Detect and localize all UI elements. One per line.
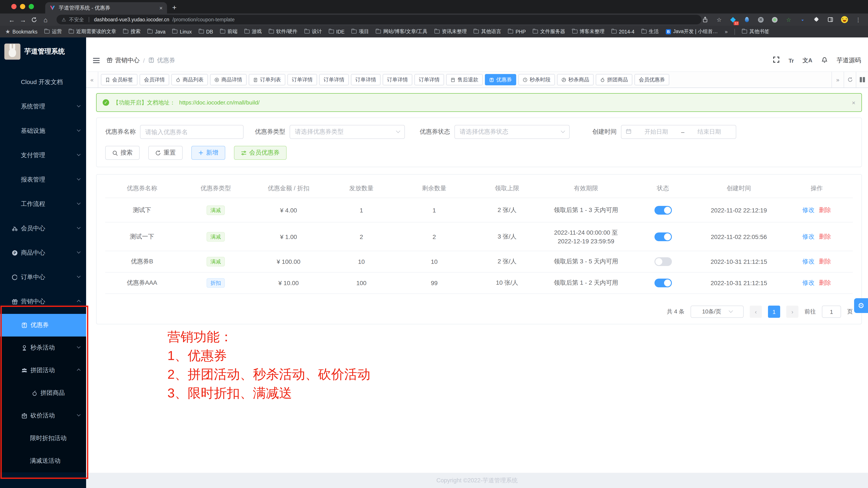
tab-order-detail[interactable]: 订单详情 (319, 74, 349, 85)
bookmark-folder[interactable]: 网站/博客/文章/工具 (376, 28, 428, 35)
bookmark-folder[interactable]: 前端 (220, 28, 238, 35)
status-toggle[interactable] (654, 257, 672, 266)
sidebar-item-member-center[interactable]: 会员中心 (0, 217, 86, 241)
tab-member-detail[interactable]: 会员详情 (140, 74, 169, 85)
sidebar-item-system[interactable]: 系统管理 (0, 94, 86, 119)
bookmarks-manager[interactable]: ★Bookmarks (5, 28, 37, 35)
tab-seckill-product[interactable]: 秒杀商品 (557, 74, 594, 85)
bookmark-folder[interactable]: 资讯未整理 (434, 28, 467, 35)
extensions-puzzle-icon[interactable] (813, 16, 820, 23)
extension-chevrons-icon[interactable]: ⌄⌄ (799, 16, 806, 23)
forward-icon[interactable]: → (18, 16, 29, 23)
coupon-status-select[interactable]: 请选择优惠券状态 (455, 125, 570, 139)
tabs-refresh-icon[interactable] (844, 72, 856, 87)
close-window-button[interactable] (11, 4, 17, 9)
sidebar-item-infra[interactable]: 基础设施 (0, 119, 86, 143)
locale-icon[interactable]: 文A (803, 57, 812, 64)
sidebar-item-coupon[interactable]: 优惠券 (0, 314, 86, 337)
tab-coupon[interactable]: 优惠券 (485, 74, 516, 85)
extension-pin-icon[interactable] (743, 16, 751, 23)
reset-button[interactable]: 重置 (148, 146, 183, 160)
sidebar-item-report[interactable]: 报表管理 (0, 168, 86, 192)
coupon-name-input[interactable] (140, 125, 244, 139)
bookmark-folder[interactable]: 游戏 (244, 28, 262, 35)
tab-member-coupon[interactable]: 会员优惠券 (634, 74, 669, 85)
username[interactable]: 芋道源码 (837, 57, 861, 64)
bookmark-folder[interactable]: 近期需要读的文章 (69, 28, 116, 35)
sidebar-item-product-center[interactable]: P 商品中心 (0, 241, 86, 265)
address-bar[interactable]: ⚠ 不安全 dashboard-vue3.yudao.iocoder.cn/pr… (56, 15, 702, 24)
bookmark-folder[interactable]: 博客未整理 (572, 28, 604, 35)
tab-close-icon[interactable]: × (159, 5, 163, 11)
goto-page-input[interactable] (822, 306, 841, 318)
delete-link[interactable]: 删除 (819, 233, 831, 240)
delete-link[interactable]: 删除 (819, 206, 831, 213)
sidebar-item-groupbuy-product[interactable]: 拼团商品 (0, 382, 86, 404)
bookmark-star-icon[interactable]: ☆ (715, 16, 723, 23)
bookmark-folder[interactable]: 软件/硬件 (269, 28, 298, 35)
sidebar-item-groupbuy[interactable]: 拼团活动 (0, 359, 86, 382)
back-icon[interactable]: ← (6, 16, 18, 23)
minimize-window-button[interactable] (20, 4, 25, 9)
tab-refund[interactable]: 售后退款 (446, 74, 483, 85)
bookmarks-overflow-icon[interactable]: » (725, 29, 727, 35)
edit-link[interactable]: 修改 (802, 279, 814, 286)
tabs-scroll-right-icon[interactable]: » (832, 72, 844, 87)
tab-member-tag[interactable]: 会员标签 (101, 74, 137, 85)
bookmark-folder[interactable]: IDE (329, 29, 344, 34)
settings-fab[interactable]: ⚙ (854, 298, 868, 313)
notice-close-icon[interactable]: × (852, 99, 856, 106)
share-icon[interactable] (702, 16, 709, 23)
tab-order-detail[interactable]: 订单详情 (383, 74, 412, 85)
prev-page-button[interactable]: ‹ (750, 306, 762, 318)
reload-icon[interactable] (29, 17, 40, 22)
app-logo[interactable]: 芋道管理系统 (0, 37, 86, 65)
tab-product-detail[interactable]: 商品详情 (210, 74, 247, 85)
breadcrumb-marketing[interactable]: 营销中心 (115, 57, 140, 64)
hamburger-icon[interactable] (93, 60, 100, 61)
sidebar-item-cloud-docs[interactable]: Cloud 开发文档 (0, 70, 86, 94)
bookmark-folder[interactable]: 其他语言 (474, 28, 501, 35)
extension-star-icon[interactable]: ☆ (785, 16, 792, 23)
bookmark-folder[interactable]: 文件服务器 (533, 28, 565, 35)
tab-product-list[interactable]: 商品列表 (171, 74, 208, 85)
delete-link[interactable]: 删除 (819, 279, 831, 286)
tab-seckill-time[interactable]: 秒杀时段 (518, 74, 555, 85)
maximize-window-button[interactable] (29, 4, 34, 9)
status-toggle[interactable] (654, 206, 672, 214)
sidebar-item-workflow[interactable]: 工作流程 (0, 192, 86, 217)
bookmark-folder[interactable]: 设计 (304, 28, 322, 35)
delete-link[interactable]: 删除 (819, 258, 831, 265)
sidebar-item-full-reduction[interactable]: 满减送活动 (0, 450, 86, 472)
bookmark-folder[interactable]: 项目 (351, 28, 369, 35)
page-1-button[interactable]: 1 (768, 306, 780, 318)
bookmark-folder[interactable]: 2014-4 (612, 29, 634, 34)
bookmark-folder[interactable]: 运营 (44, 28, 62, 35)
tab-order-detail[interactable]: 订单详情 (414, 74, 444, 85)
search-button[interactable]: 搜索 (105, 146, 140, 160)
bell-icon[interactable] (821, 56, 828, 65)
bookmark-link[interactable]: BJava开发 | 小组首… (666, 28, 718, 35)
bookmark-folder[interactable]: DB (199, 29, 213, 34)
member-coupon-button[interactable]: 会员优惠券 (234, 146, 286, 160)
bookmark-folder[interactable]: Java (148, 29, 165, 34)
coupon-type-select[interactable]: 请选择优惠券类型 (290, 125, 405, 139)
edit-link[interactable]: 修改 (802, 206, 814, 213)
bookmark-folder[interactable]: Linux (173, 29, 192, 34)
profile-avatar[interactable] (841, 16, 848, 23)
edit-link[interactable]: 修改 (802, 233, 814, 240)
browser-tab[interactable]: 芋道管理系统 - 优惠券 × (45, 2, 167, 13)
notice-link[interactable]: https://doc.iocoder.cn/mall/build/ (179, 99, 259, 106)
sidebar-item-bargain[interactable]: 砍价活动 (0, 404, 86, 427)
sidebar-item-order-center[interactable]: 订单中心 (0, 265, 86, 289)
status-toggle[interactable] (654, 232, 672, 241)
extension-diamond-icon[interactable]: 12 (729, 16, 737, 23)
create-time-range-picker[interactable]: 开始日期 – 结束日期 (621, 125, 736, 139)
new-tab-button[interactable]: + (172, 3, 177, 13)
tab-groupbuy-product[interactable]: 拼团商品 (596, 74, 632, 85)
font-size-icon[interactable]: Tr (788, 57, 794, 64)
add-button[interactable]: 新增 (191, 146, 225, 160)
fullscreen-icon[interactable] (773, 56, 780, 65)
sidebar-item-pay[interactable]: 支付管理 (0, 143, 86, 168)
other-bookmarks[interactable]: 其他书签 (742, 28, 770, 35)
